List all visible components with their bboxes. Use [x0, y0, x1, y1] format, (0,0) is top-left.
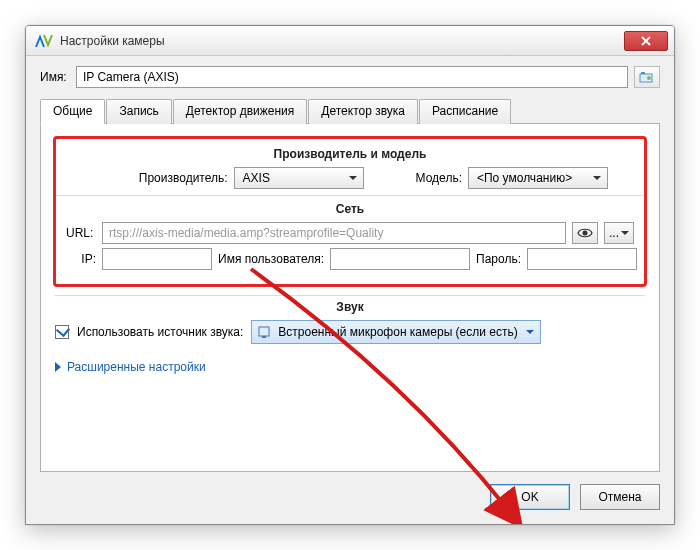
app-icon: [34, 31, 54, 51]
device-icon: [258, 325, 272, 339]
eye-icon: [577, 227, 593, 239]
svg-rect-2: [641, 72, 645, 74]
manufacturer-label: Производитель:: [139, 171, 228, 185]
browse-button[interactable]: ...: [604, 222, 634, 244]
camera-icon: [639, 70, 655, 84]
tab-sound-detector[interactable]: Детектор звука: [308, 99, 418, 124]
cancel-button[interactable]: Отмена: [580, 484, 660, 510]
manufacturer-row: Производитель: AXIS Модель: <По умолчани…: [66, 167, 634, 189]
tab-motion-detector[interactable]: Детектор движения: [173, 99, 307, 124]
advanced-settings-label: Расширенные настройки: [67, 360, 206, 374]
url-row: URL: ...: [66, 222, 634, 244]
url-label: URL:: [66, 226, 96, 240]
titlebar[interactable]: Настройки камеры: [26, 26, 674, 56]
browse-label: ...: [609, 226, 619, 240]
svg-rect-5: [262, 336, 266, 338]
ip-label: IP:: [66, 252, 96, 266]
model-select[interactable]: <По умолчанию>: [468, 167, 608, 189]
tab-general[interactable]: Общие: [40, 99, 105, 124]
camera-icon-button[interactable]: [634, 66, 660, 88]
username-input[interactable]: [330, 248, 470, 270]
section-sound-title: Звук: [55, 300, 645, 314]
svg-point-3: [582, 231, 587, 236]
svg-rect-4: [259, 327, 269, 336]
sound-section: Звук Использовать источник звука: Встрое…: [53, 295, 647, 374]
password-label: Пароль:: [476, 252, 521, 266]
close-icon: [641, 36, 651, 46]
sound-source-value: Встроенный микрофон камеры (если есть): [278, 325, 517, 339]
model-label: Модель:: [416, 171, 462, 185]
tab-strip: Общие Запись Детектор движения Детектор …: [40, 98, 660, 124]
close-button[interactable]: [624, 31, 668, 51]
preview-button[interactable]: [572, 222, 598, 244]
manufacturer-select[interactable]: AXIS: [234, 167, 364, 189]
tab-schedule[interactable]: Расписание: [419, 99, 511, 124]
use-sound-label: Использовать источник звука:: [77, 325, 243, 339]
dialog-window: Настройки камеры Имя: Общие Запись Детек…: [25, 25, 675, 525]
window-title: Настройки камеры: [60, 34, 165, 48]
use-sound-checkbox[interactable]: [55, 325, 69, 339]
highlight-annotation: Производитель и модель Производитель: AX…: [53, 136, 647, 287]
section-network: Сеть: [66, 202, 634, 216]
dialog-content: Имя: Общие Запись Детектор движения Дете…: [26, 56, 674, 484]
credentials-row: IP: Имя пользователя: Пароль:: [66, 248, 634, 270]
url-input[interactable]: [102, 222, 566, 244]
ip-input[interactable]: [102, 248, 212, 270]
name-label: Имя:: [40, 70, 70, 84]
model-value: <По умолчанию>: [477, 171, 572, 185]
dialog-button-bar: OK Отмена: [26, 484, 674, 524]
ok-button[interactable]: OK: [490, 484, 570, 510]
sound-row: Использовать источник звука: Встроенный …: [55, 320, 645, 344]
manufacturer-value: AXIS: [243, 171, 270, 185]
username-label: Имя пользователя:: [218, 252, 324, 266]
tab-body-general: Производитель и модель Производитель: AX…: [40, 124, 660, 472]
sound-source-select[interactable]: Встроенный микрофон камеры (если есть): [251, 320, 540, 344]
expand-icon: [55, 362, 61, 372]
password-input[interactable]: [527, 248, 637, 270]
svg-point-1: [647, 76, 651, 80]
camera-name-input[interactable]: [76, 66, 628, 88]
name-row: Имя:: [40, 66, 660, 88]
advanced-settings-toggle[interactable]: Расширенные настройки: [55, 360, 645, 374]
section-manufacturer-model: Производитель и модель: [66, 147, 634, 161]
tab-recording[interactable]: Запись: [106, 99, 171, 124]
